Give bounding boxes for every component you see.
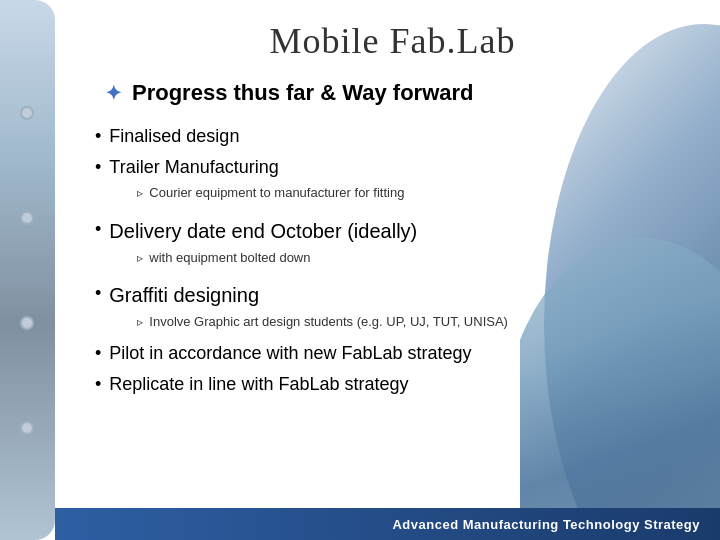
bullet-list: • Finalised design • Trailer Manufacturi… (95, 124, 690, 397)
delivery-sub-text: with equipment bolted down (149, 249, 310, 267)
bullet-dot-5: • (95, 341, 101, 366)
list-item-graffiti: • Graffiti designing ▹ Involve Graphic a… (95, 281, 690, 337)
slide: Mobile Fab.Lab ✦ Progress thus far & Way… (0, 0, 720, 540)
list-item-replicate: • Replicate in line with FabLab strategy (95, 372, 690, 397)
list-item-delivery: • Delivery date end October (ideally) ▹ … (95, 217, 690, 273)
delivery-sub-list: ▹ with equipment bolted down (137, 249, 417, 267)
nav-dot-4[interactable] (20, 421, 34, 435)
list-item-finalised-design: • Finalised design (95, 124, 690, 149)
diamond-icon: ✦ (105, 81, 122, 105)
finalised-design-text: Finalised design (109, 124, 239, 149)
progress-heading: ✦ Progress thus far & Way forward (95, 80, 690, 106)
sub-list-item-2: ▹ with equipment bolted down (137, 249, 417, 267)
bullet-dot-4: • (95, 281, 101, 306)
list-item-pilot: • Pilot in accordance with new FabLab st… (95, 341, 690, 366)
tri-bullet-3: ▹ (137, 314, 143, 331)
tri-bullet-1: ▹ (137, 185, 143, 202)
replicate-text: Replicate in line with FabLab strategy (109, 372, 408, 397)
main-content: Mobile Fab.Lab ✦ Progress thus far & Way… (55, 0, 720, 540)
graffiti-sub-list: ▹ Involve Graphic art design students (e… (137, 313, 508, 331)
graffiti-sub-text: Involve Graphic art design students (e.g… (149, 313, 508, 331)
nav-dots (20, 0, 34, 540)
trailer-sub-list: ▹ Courier equipment to manufacturer for … (137, 184, 404, 202)
nav-dot-3[interactable] (20, 316, 34, 330)
sub-list-item-1: ▹ Courier equipment to manufacturer for … (137, 184, 404, 202)
progress-heading-text: Progress thus far & Way forward (132, 80, 473, 106)
slide-title: Mobile Fab.Lab (95, 20, 690, 62)
tri-bullet-2: ▹ (137, 250, 143, 267)
bullet-dot-1: • (95, 124, 101, 149)
delivery-text: Delivery date end October (ideally) (109, 220, 417, 242)
footer-text: Advanced Manufacturing Technology Strate… (392, 517, 700, 532)
bottom-bar: Advanced Manufacturing Technology Strate… (55, 508, 720, 540)
sub-list-item-3: ▹ Involve Graphic art design students (e… (137, 313, 508, 331)
pilot-text: Pilot in accordance with new FabLab stra… (109, 341, 471, 366)
bullet-dot-3: • (95, 217, 101, 242)
bullet-dot-2: • (95, 155, 101, 180)
nav-dot-1[interactable] (20, 106, 34, 120)
nav-dot-2[interactable] (20, 211, 34, 225)
graffiti-text: Graffiti designing (109, 284, 259, 306)
trailer-manufacturing-text: Trailer Manufacturing (109, 157, 278, 177)
bullet-dot-6: • (95, 372, 101, 397)
list-item-trailer-manufacturing: • Trailer Manufacturing ▹ Courier equipm… (95, 155, 690, 208)
trailer-sub-text: Courier equipment to manufacturer for fi… (149, 184, 404, 202)
